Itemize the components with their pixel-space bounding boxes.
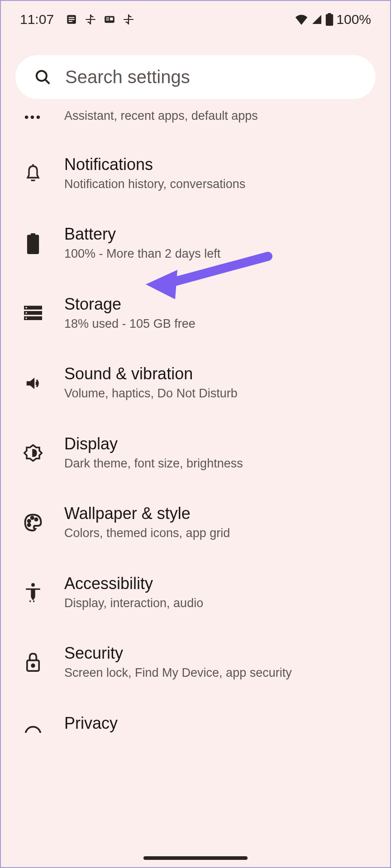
- svg-rect-15: [27, 235, 39, 254]
- item-title: Storage: [64, 295, 196, 314]
- navigation-handle[interactable]: [143, 856, 248, 860]
- ellipsis-icon: •••: [19, 108, 47, 124]
- item-subtitle: Volume, haptics, Do Not Disturb: [64, 385, 238, 401]
- item-title: Battery: [64, 225, 220, 244]
- setting-item-wallpaper[interactable]: Wallpaper & style Colors, themed icons, …: [19, 488, 372, 557]
- brightness-icon: [19, 443, 47, 462]
- svg-rect-5: [106, 18, 109, 19]
- search-bar[interactable]: Search settings: [15, 55, 376, 99]
- setting-item-notifications[interactable]: Notifications Notification history, conv…: [19, 139, 372, 208]
- svg-rect-6: [106, 19, 109, 20]
- item-subtitle: Assistant, recent apps, default apps: [64, 108, 258, 124]
- status-bar: 11:07 100%: [1, 1, 390, 32]
- accessibility-icon: [19, 583, 47, 603]
- fan-icon-2: [123, 14, 134, 25]
- svg-point-10: [37, 71, 47, 80]
- settings-list: ••• Assistant, recent apps, default apps…: [1, 103, 390, 733]
- search-icon: [34, 69, 52, 86]
- battery-status-icon: [325, 13, 334, 26]
- svg-rect-3: [69, 21, 73, 22]
- bell-icon: [19, 164, 47, 183]
- palette-icon: [19, 513, 47, 532]
- item-subtitle: Display, interaction, audio: [64, 595, 203, 611]
- storage-icon: [19, 306, 47, 321]
- setting-item-accessibility[interactable]: Accessibility Display, interaction, audi…: [19, 558, 372, 627]
- item-subtitle: Screen lock, Find My Device, app securit…: [64, 665, 292, 681]
- svg-point-21: [25, 317, 27, 319]
- setting-item-display[interactable]: Display Dark theme, font size, brightnes…: [19, 418, 372, 488]
- setting-item-storage[interactable]: Storage 18% used - 105 GB free: [19, 278, 372, 348]
- svg-point-25: [28, 524, 30, 526]
- svg-line-11: [45, 79, 50, 84]
- setting-item-security[interactable]: Security Screen lock, Find My Device, ap…: [19, 627, 372, 697]
- privacy-icon: [19, 724, 47, 733]
- setting-item-sound[interactable]: Sound & vibration Volume, haptics, Do No…: [19, 348, 372, 418]
- volume-icon: [19, 375, 47, 392]
- signal-icon: [311, 14, 323, 25]
- item-title: Accessibility: [64, 574, 203, 593]
- item-subtitle: 18% used - 105 GB free: [64, 316, 196, 332]
- news-icon: [104, 14, 115, 25]
- svg-point-29: [32, 665, 34, 667]
- item-title: Sound & vibration: [64, 364, 238, 383]
- svg-rect-9: [326, 14, 333, 26]
- item-title: Security: [64, 644, 292, 663]
- setting-item-apps-partial[interactable]: ••• Assistant, recent apps, default apps: [19, 103, 372, 139]
- svg-point-20: [25, 312, 27, 314]
- status-left: 11:07: [20, 12, 134, 27]
- item-title: Display: [64, 434, 243, 453]
- svg-point-24: [35, 519, 37, 521]
- status-right: 100%: [295, 12, 371, 27]
- status-time: 11:07: [20, 12, 54, 27]
- search-placeholder: Search settings: [65, 67, 190, 87]
- item-subtitle: Notification history, conversations: [64, 176, 245, 192]
- fan-icon: [85, 14, 96, 25]
- svg-point-26: [31, 583, 35, 587]
- setting-item-battery[interactable]: Battery 100% - More than 2 days left: [19, 208, 372, 278]
- item-title: Notifications: [64, 155, 245, 174]
- svg-point-30: [25, 726, 40, 732]
- svg-point-22: [28, 520, 30, 522]
- svg-rect-1: [69, 17, 75, 18]
- item-title: Privacy: [64, 714, 118, 733]
- svg-rect-7: [110, 18, 113, 21]
- message-icon: [66, 14, 77, 25]
- item-subtitle: 100% - More than 2 days left: [64, 245, 220, 262]
- battery-percentage: 100%: [336, 12, 371, 27]
- svg-point-23: [31, 517, 33, 519]
- item-subtitle: Colors, themed icons, app grid: [64, 525, 230, 541]
- svg-point-19: [25, 307, 27, 308]
- item-title: Wallpaper & style: [64, 504, 230, 523]
- wifi-icon: [295, 14, 308, 25]
- setting-item-privacy[interactable]: Privacy: [19, 698, 372, 733]
- item-subtitle: Dark theme, font size, brightness: [64, 455, 243, 472]
- battery-icon: [19, 233, 47, 254]
- svg-rect-2: [69, 19, 75, 20]
- lock-icon: [19, 652, 47, 672]
